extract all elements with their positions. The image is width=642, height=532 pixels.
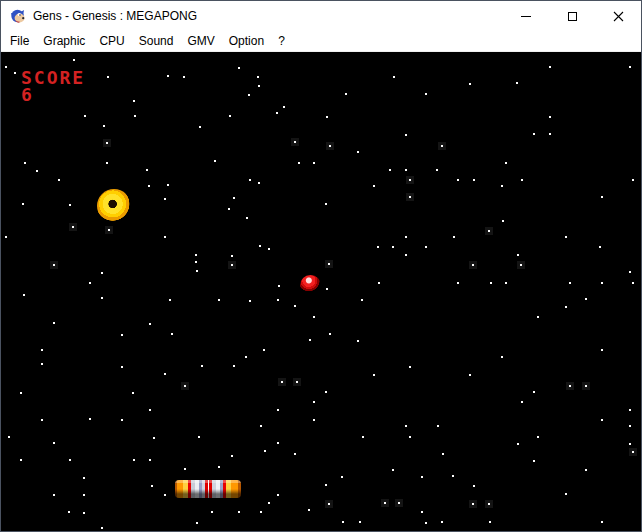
star — [101, 527, 103, 529]
star — [214, 160, 216, 162]
star — [184, 468, 186, 470]
star — [599, 246, 601, 248]
star — [457, 179, 459, 181]
star — [169, 299, 171, 301]
minimize-icon — [521, 16, 531, 17]
star — [167, 75, 169, 77]
star — [601, 196, 603, 198]
star — [72, 226, 74, 228]
star — [473, 179, 475, 181]
star — [629, 425, 631, 427]
star — [389, 169, 391, 171]
star — [84, 115, 86, 117]
star — [146, 169, 148, 171]
star — [313, 316, 315, 318]
star — [601, 282, 603, 284]
star — [453, 236, 455, 238]
star — [488, 230, 490, 232]
star — [68, 511, 70, 513]
star — [58, 179, 60, 181]
close-button[interactable] — [595, 1, 641, 31]
star — [149, 409, 151, 411]
star — [421, 511, 423, 513]
star — [268, 248, 270, 250]
star — [89, 418, 91, 420]
star — [329, 145, 331, 147]
minimize-button[interactable] — [503, 1, 549, 31]
star — [164, 494, 166, 496]
ball-sprite — [300, 275, 321, 296]
star — [329, 333, 331, 335]
star — [183, 76, 185, 78]
star — [83, 477, 85, 479]
star — [249, 300, 251, 302]
star — [195, 254, 197, 256]
star — [384, 502, 386, 504]
star — [569, 385, 571, 387]
star — [632, 179, 634, 181]
star — [257, 76, 259, 78]
star — [69, 204, 71, 206]
star — [231, 264, 233, 266]
star — [632, 451, 634, 453]
star — [565, 306, 567, 308]
star — [133, 459, 135, 461]
star — [469, 374, 471, 376]
star — [276, 112, 278, 114]
star — [490, 282, 492, 284]
star — [601, 349, 603, 351]
star — [377, 246, 379, 248]
star — [313, 401, 315, 403]
star — [405, 254, 407, 256]
menu-item-graphic[interactable]: Graphic — [36, 32, 92, 50]
star — [103, 125, 105, 127]
star — [505, 282, 507, 284]
star — [153, 437, 155, 439]
star — [249, 179, 251, 181]
star — [8, 436, 10, 438]
star — [425, 522, 427, 524]
menu-item-gmv[interactable]: GMV — [180, 32, 221, 50]
star — [601, 419, 603, 421]
star — [184, 385, 186, 387]
star — [441, 521, 443, 523]
menu-item-sound[interactable]: Sound — [132, 32, 181, 50]
star — [326, 288, 328, 290]
star — [211, 511, 213, 513]
star — [218, 299, 220, 301]
star — [277, 494, 279, 496]
star — [238, 511, 240, 513]
star — [260, 511, 262, 513]
star — [278, 285, 280, 287]
star — [325, 203, 327, 205]
star — [24, 162, 26, 164]
menu-item-file[interactable]: File — [3, 32, 36, 50]
star — [436, 169, 438, 171]
maximize-button[interactable] — [549, 1, 595, 31]
star — [259, 245, 261, 247]
star — [537, 316, 539, 318]
menu-bar: File Graphic CPU Sound GMV Option ? — [1, 31, 641, 52]
star — [132, 392, 134, 394]
star — [106, 162, 108, 164]
star — [437, 425, 439, 427]
star — [409, 179, 411, 181]
star — [20, 392, 22, 394]
star — [233, 197, 235, 199]
menu-item-cpu[interactable]: CPU — [92, 32, 131, 50]
star — [405, 425, 407, 427]
star — [263, 349, 265, 351]
star — [248, 94, 250, 96]
star — [196, 522, 198, 524]
menu-item-option[interactable]: Option — [222, 32, 271, 50]
star — [398, 502, 400, 504]
title-bar[interactable]: Gens - Genesis : MEGAPONG — [1, 1, 641, 31]
star — [373, 374, 375, 376]
star — [164, 198, 166, 200]
menu-item-help[interactable]: ? — [271, 32, 292, 50]
star — [5, 66, 7, 68]
star — [516, 82, 518, 84]
star — [501, 356, 503, 358]
star — [258, 182, 260, 184]
star — [342, 521, 344, 523]
